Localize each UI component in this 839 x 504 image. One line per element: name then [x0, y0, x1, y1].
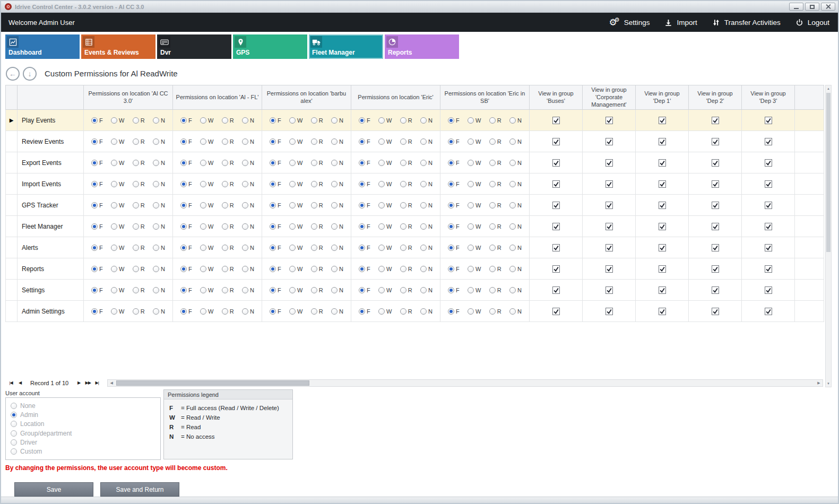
permission-option-R[interactable]: R	[400, 266, 412, 272]
nav-prev-button[interactable]: ◀	[16, 379, 24, 387]
group-checkbox[interactable]	[712, 244, 719, 251]
tab-dvr[interactable]: Dvr	[157, 34, 231, 59]
permission-option-W[interactable]: W	[111, 266, 124, 272]
permission-option-N[interactable]: N	[420, 287, 433, 293]
group-checkbox[interactable]	[659, 117, 666, 124]
group-checkbox[interactable]	[552, 308, 560, 315]
row-label[interactable]: Settings	[18, 280, 84, 301]
permission-option-F[interactable]: F	[270, 117, 281, 124]
permission-option-W[interactable]: W	[378, 160, 392, 166]
h-scroll-thumb[interactable]	[116, 380, 309, 386]
permission-option-N[interactable]: N	[331, 223, 343, 230]
transfer-activities-button[interactable]: Transfer Activities	[712, 19, 781, 27]
permission-option-R[interactable]: R	[489, 266, 501, 272]
group-checkbox[interactable]	[659, 202, 666, 209]
group-checkbox[interactable]	[659, 138, 666, 145]
permission-option-W[interactable]: W	[468, 160, 481, 166]
permission-option-W[interactable]: W	[200, 245, 213, 251]
permission-option-F[interactable]: F	[270, 138, 281, 145]
permission-option-W[interactable]: W	[289, 160, 302, 166]
v-scroll-thumb[interactable]	[826, 93, 831, 252]
group-checkbox[interactable]	[712, 117, 719, 124]
permission-option-R[interactable]: R	[222, 138, 234, 145]
permission-option-N[interactable]: N	[331, 287, 343, 293]
scroll-left-icon[interactable]: ◀	[108, 380, 115, 386]
group-checkbox[interactable]	[552, 138, 560, 145]
permission-option-W[interactable]: W	[289, 266, 302, 272]
column-header-location-3[interactable]: Permissions on location 'Eric'	[351, 85, 440, 110]
permission-option-N[interactable]: N	[331, 245, 343, 251]
permission-option-N[interactable]: N	[242, 223, 254, 230]
column-header-location-4[interactable]: Permissions on location 'Eric in SB'	[440, 85, 530, 110]
account-type-option-none[interactable]: None	[11, 402, 155, 410]
group-checkbox[interactable]	[552, 223, 560, 230]
group-checkbox[interactable]	[765, 202, 772, 209]
permission-option-F[interactable]: F	[91, 181, 103, 187]
permission-option-R[interactable]: R	[400, 117, 412, 124]
permission-option-F[interactable]: F	[359, 287, 370, 293]
permission-option-N[interactable]: N	[420, 138, 433, 145]
column-header-location-2[interactable]: Permissions on location 'barbu alex'	[262, 85, 351, 110]
permission-option-W[interactable]: W	[468, 245, 481, 251]
permission-option-F[interactable]: F	[91, 117, 103, 124]
import-button[interactable]: Import	[664, 19, 697, 27]
permission-option-N[interactable]: N	[509, 223, 522, 230]
save-button[interactable]: Save	[14, 482, 93, 497]
permission-option-N[interactable]: N	[153, 266, 165, 272]
group-checkbox[interactable]	[659, 159, 666, 167]
permission-option-W[interactable]: W	[378, 117, 392, 124]
permission-option-N[interactable]: N	[331, 160, 343, 166]
row-label[interactable]: Play Events	[18, 110, 84, 131]
permission-option-F[interactable]: F	[91, 138, 103, 145]
permission-option-F[interactable]: F	[359, 245, 370, 251]
column-header-location-1[interactable]: Permissions on location 'Al - FL'	[173, 85, 262, 110]
permission-option-W[interactable]: W	[289, 202, 302, 208]
permission-option-W[interactable]: W	[111, 287, 124, 293]
permission-option-N[interactable]: N	[153, 287, 165, 293]
permission-option-N[interactable]: N	[509, 117, 522, 124]
permission-option-R[interactable]: R	[133, 308, 145, 315]
permission-option-W[interactable]: W	[289, 138, 302, 145]
permission-option-N[interactable]: N	[331, 138, 343, 145]
permission-option-F[interactable]: F	[448, 308, 460, 315]
permission-option-W[interactable]: W	[289, 181, 302, 187]
nav-next-button[interactable]: ▶	[75, 379, 83, 387]
permission-option-F[interactable]: F	[91, 202, 103, 208]
permission-option-W[interactable]: W	[378, 181, 392, 187]
row-label[interactable]: Alerts	[18, 237, 84, 258]
permission-option-F[interactable]: F	[270, 308, 281, 315]
permission-option-R[interactable]: R	[489, 138, 501, 145]
permission-option-R[interactable]: R	[222, 223, 234, 230]
permission-option-W[interactable]: W	[200, 202, 213, 208]
nav-fastforward-button[interactable]: ▶▶	[84, 379, 92, 387]
group-checkbox[interactable]	[606, 180, 613, 188]
permission-option-W[interactable]: W	[289, 308, 302, 315]
group-checkbox[interactable]	[765, 308, 772, 315]
permission-option-R[interactable]: R	[133, 202, 145, 208]
permission-option-W[interactable]: W	[111, 117, 124, 124]
row-label[interactable]: Admin Settings	[18, 301, 84, 322]
group-checkbox[interactable]	[712, 202, 719, 209]
group-checkbox[interactable]	[606, 265, 613, 273]
permission-option-R[interactable]: R	[222, 287, 234, 293]
permission-option-N[interactable]: N	[242, 287, 254, 293]
permission-option-R[interactable]: R	[222, 117, 234, 124]
permission-option-R[interactable]: R	[400, 308, 412, 315]
permission-option-R[interactable]: R	[133, 245, 145, 251]
permission-option-R[interactable]: R	[222, 245, 234, 251]
group-checkbox[interactable]	[552, 117, 560, 124]
permission-option-N[interactable]: N	[509, 308, 522, 315]
permission-option-F[interactable]: F	[448, 266, 460, 272]
permission-option-N[interactable]: N	[331, 202, 343, 208]
group-checkbox[interactable]	[712, 286, 719, 294]
permission-option-W[interactable]: W	[468, 266, 481, 272]
permission-option-R[interactable]: R	[133, 266, 145, 272]
group-checkbox[interactable]	[606, 159, 613, 167]
permission-option-N[interactable]: N	[242, 117, 254, 124]
group-checkbox[interactable]	[552, 265, 560, 273]
permission-option-W[interactable]: W	[111, 160, 124, 166]
permission-option-F[interactable]: F	[448, 202, 460, 208]
permission-option-R[interactable]: R	[133, 181, 145, 187]
group-checkbox[interactable]	[765, 286, 772, 294]
permission-option-N[interactable]: N	[420, 160, 433, 166]
